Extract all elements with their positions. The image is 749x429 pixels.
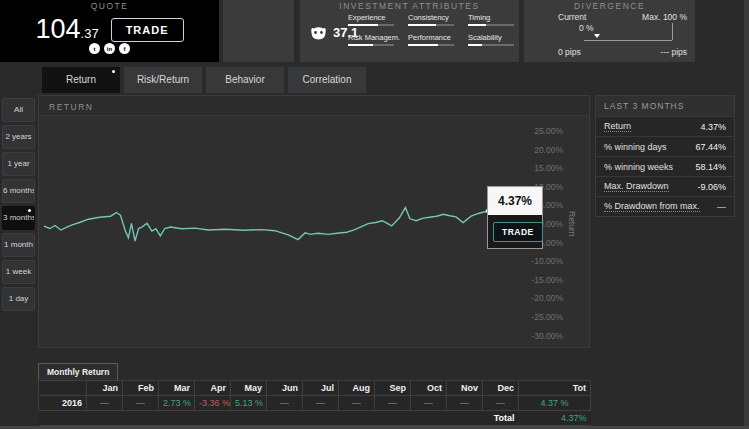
monthly-value-cell: — [447, 396, 483, 411]
stat-value: -9.06% [697, 182, 726, 192]
main-tabs: ReturnRisk/ReturnBehaviorCorrelation [42, 67, 366, 93]
month-column-header: Tot [519, 381, 591, 396]
month-column-header: Feb [123, 381, 159, 396]
attribute-item-performance: Performance [408, 33, 460, 46]
divergence-slider-marker[interactable] [594, 34, 600, 38]
social-icons: t in f [0, 43, 219, 54]
stat-value: 4.37% [700, 122, 726, 132]
monthly-value-cell: — [411, 396, 447, 411]
attribute-bar-fill [408, 44, 438, 46]
monthly-value-cell: -3.36 % [195, 396, 231, 411]
month-column-header: Sep [375, 381, 411, 396]
time-range-6-months[interactable]: 6 months [2, 179, 35, 203]
divergence-left-pips: 0 pips [558, 47, 581, 57]
y-tick-label: 25.00% [534, 126, 563, 136]
y-tick-label: -30.00% [531, 331, 563, 341]
attribute-label: Experience [348, 13, 400, 22]
month-column-header: Dec [483, 381, 519, 396]
investment-attributes-panel: INVESTMENT ATTRIBUTES 37.1 ExperienceCon… [300, 0, 519, 62]
divergence-section-title: DIVERGENCE [524, 1, 695, 11]
month-column-header: May [231, 381, 267, 396]
y-tick-label: -25.00% [531, 312, 563, 322]
month-column-header: Apr [195, 381, 231, 396]
return-line-series [44, 208, 488, 242]
monthly-return-table: JanFebMarAprMayJunJulAugSepOctNovDecTot … [38, 380, 591, 426]
chart-tooltip: 4.37% TRADE [487, 186, 543, 249]
monthly-value-cell: 4.37 % [519, 396, 591, 411]
attribute-label: Risk Managem... [348, 33, 400, 42]
time-range-all[interactable]: All [2, 98, 35, 122]
stat-label: Return [604, 121, 631, 132]
attribute-bar-fill [468, 44, 482, 46]
attribute-bar [468, 44, 514, 46]
return-chart-panel: RETURN 25.00%20.00%15.00%10.00%5.00%0.00… [38, 95, 590, 348]
month-column-header [39, 381, 87, 396]
attribute-label: Scalability [468, 33, 520, 42]
y-axis-title: Return [567, 211, 577, 237]
time-range-1-week[interactable]: 1 week [2, 260, 35, 284]
time-range-1-year[interactable]: 1 year [2, 152, 35, 176]
monthly-value-cell: — [123, 396, 159, 411]
attribute-item-scalability: Scalability [468, 33, 520, 46]
divergence-current-value: 0 % [579, 23, 594, 33]
month-column-header: Mar [159, 381, 195, 396]
stat-row-drawdown-from-max: % Drawdown from max.— [596, 196, 734, 216]
attribute-bar [408, 24, 454, 26]
stat-row-winning-days: % winning days67.44% [596, 136, 734, 156]
stat-label: % winning days [604, 142, 667, 152]
stat-row-return: Return4.37% [596, 116, 734, 136]
page-right-margin [744, 0, 749, 429]
stat-value: 67.44% [695, 142, 726, 152]
monthly-return-tab[interactable]: Monthly Return [38, 363, 118, 380]
attribute-item-timing: Timing [468, 13, 520, 26]
price-integer: 104 [35, 14, 80, 44]
facebook-icon[interactable]: f [119, 43, 130, 54]
stat-value: 58.14% [695, 162, 726, 172]
stat-row-max-drawdown: Max. Drawdown-9.06% [596, 176, 734, 196]
month-column-header: Aug [339, 381, 375, 396]
time-range-3-months[interactable]: 3 months [2, 206, 35, 230]
time-range-1-day[interactable]: 1 day [2, 287, 35, 311]
attributes-section-title: INVESTMENT ATTRIBUTES [300, 1, 519, 11]
active-range-dot [28, 209, 31, 212]
total-label: Total [39, 411, 519, 426]
tab-correlation[interactable]: Correlation [288, 67, 366, 93]
attribute-label: Timing [468, 13, 520, 22]
monthly-value-cell: 5.13 % [231, 396, 267, 411]
monthly-value-cell: — [483, 396, 519, 411]
linkedin-icon[interactable]: in [104, 43, 115, 54]
attribute-bar [348, 24, 394, 26]
return-line-chart[interactable] [41, 118, 523, 347]
divergence-max-label: Max. 100 % [642, 12, 687, 22]
attribute-bar [468, 24, 514, 26]
y-tick-label: 15.00% [534, 163, 563, 173]
y-tick-label: -15.00% [531, 275, 563, 285]
month-column-header: Oct [411, 381, 447, 396]
monthly-data-row: 2016——2.73 %-3.36 %5.13 %———————4.37 % [39, 396, 591, 411]
time-range-1-month[interactable]: 1 month [2, 233, 35, 257]
attribute-bar-fill [348, 44, 373, 46]
active-tab-dot [112, 70, 115, 73]
tab-risk-return[interactable]: Risk/Return [124, 67, 202, 93]
tab-behavior[interactable]: Behavior [206, 67, 284, 93]
y-tick-label: -20.00% [531, 293, 563, 303]
y-tick-label: 20.00% [534, 145, 563, 155]
twitter-icon[interactable]: t [89, 43, 100, 54]
trade-button[interactable]: TRADE [111, 18, 184, 42]
time-range-2-years[interactable]: 2 years [2, 125, 35, 149]
attribute-bar-fill [408, 24, 436, 26]
divergence-max-tick [672, 23, 673, 40]
attributes-grid: ExperienceConsistencyTimingRisk Managem.… [348, 13, 520, 46]
tooltip-value: 4.37% [488, 187, 542, 215]
tab-return[interactable]: Return [42, 67, 120, 93]
time-range-sidebar: All2 years1 year6 months3 months1 month1… [2, 98, 35, 314]
tooltip-trade-button[interactable]: TRADE [493, 222, 543, 242]
monthly-value-cell: — [375, 396, 411, 411]
stat-label: % Drawdown from max. [604, 201, 700, 212]
month-column-header: Jul [303, 381, 339, 396]
quote-panel: QUOTE 104.37 TRADE t in f [0, 0, 219, 62]
attribute-bar [408, 44, 454, 46]
stat-label: % winning weeks [604, 162, 673, 172]
stats-rows: Return4.37%% winning days67.44%% winning… [596, 116, 734, 216]
month-column-header: Jun [267, 381, 303, 396]
